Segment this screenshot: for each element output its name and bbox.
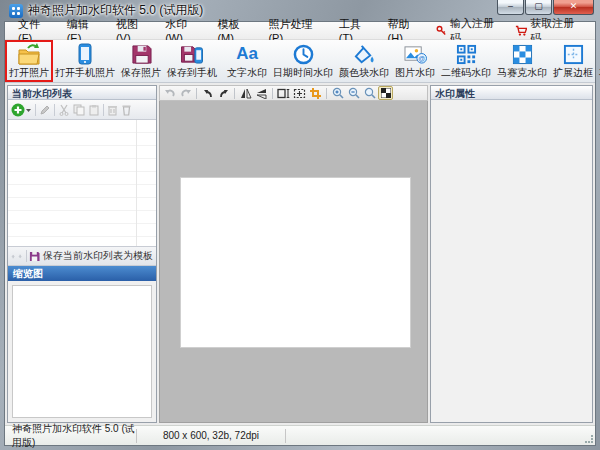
colorblock-watermark-button[interactable]: 颜色块水印 — [336, 41, 392, 81]
save-photo-icon — [131, 43, 152, 65]
qrcode-watermark-icon — [456, 43, 477, 65]
thumbnail-area — [8, 281, 156, 422]
app-window: 神奇照片加水印软件 5.0 (试用版) – ▢ ✕ 文件(F) 编辑(E) 视图… — [0, 0, 600, 450]
thumbnail-header: 缩览图 — [8, 266, 156, 281]
close-button[interactable]: ✕ — [553, 0, 594, 15]
paste-icon[interactable] — [88, 104, 100, 116]
image-watermark-button[interactable]: @ 图片水印 — [392, 41, 438, 81]
save-template-button[interactable]: 保存当前水印列表为模板 — [29, 249, 153, 263]
menu-bar: 文件(F) 编辑(E) 视图(V) 水印(W) 模板(M) 照片处理(P) 工具… — [5, 22, 595, 40]
chevron-down-icon — [25, 103, 32, 117]
minimize-button[interactable]: – — [497, 0, 524, 15]
resize-grip[interactable] — [584, 434, 594, 444]
rotate-left-button[interactable] — [200, 86, 215, 100]
expand-border-icon — [563, 43, 584, 65]
app-icon — [9, 4, 23, 18]
redo-button[interactable] — [178, 86, 193, 100]
mosaic-watermark-button[interactable]: 马赛克水印 — [494, 41, 550, 81]
rotate-right-button[interactable] — [216, 86, 231, 100]
open-phone-photo-button[interactable]: 打开手机照片 — [52, 41, 118, 81]
move-down-icon[interactable] — [18, 251, 22, 262]
open-phone-photo-icon — [77, 43, 93, 65]
main-area: 当前水印列表 — [5, 83, 595, 425]
watermark-properties-panel: 水印属性 — [430, 85, 593, 423]
qrcode-watermark-button[interactable]: 二维码水印 — [438, 41, 494, 81]
watermark-properties-header: 水印属性 — [431, 86, 592, 100]
move-up-icon[interactable] — [11, 251, 15, 262]
trash-icon[interactable] — [121, 104, 132, 116]
svg-text:@: @ — [418, 54, 425, 61]
watermark-list-toolbar — [8, 100, 156, 120]
watermark-list-panel: 当前水印列表 — [7, 85, 157, 423]
zoom-out-button[interactable] — [346, 86, 361, 100]
text-watermark-icon: Aa — [236, 43, 258, 65]
fit-to-window-button[interactable] — [378, 86, 393, 100]
colorblock-watermark-icon — [353, 43, 375, 65]
open-photo-button[interactable]: 打开照片 — [6, 41, 52, 81]
mosaic-watermark-icon — [512, 43, 533, 65]
status-app-name: 神奇照片加水印软件 5.0 (试用版) — [5, 422, 136, 450]
flip-horizontal-button[interactable] — [238, 86, 253, 100]
add-icon — [11, 103, 25, 117]
add-watermark-button[interactable] — [11, 103, 32, 117]
save-photo-button[interactable]: 保存照片 — [118, 41, 164, 81]
flip-vertical-button[interactable] — [254, 86, 269, 100]
canvas-section — [159, 85, 428, 423]
resize-canvas-button[interactable] — [292, 86, 307, 100]
datetime-watermark-button[interactable]: 日期时间水印 — [270, 41, 336, 81]
photo-image[interactable] — [180, 177, 411, 348]
resize-image-button[interactable] — [276, 86, 291, 100]
save-to-phone-icon — [180, 43, 204, 65]
copy-icon[interactable] — [73, 104, 85, 116]
zoom-actual-size-button[interactable] — [362, 86, 377, 100]
thumbnail-view[interactable] — [12, 285, 152, 418]
edit-icon[interactable] — [39, 104, 51, 116]
canvas-toolbar — [159, 85, 428, 101]
save-to-phone-button[interactable]: 保存到手机 — [164, 41, 220, 81]
expand-border-button[interactable]: 扩展边框 — [550, 41, 596, 81]
maximize-button[interactable]: ▢ — [525, 0, 552, 15]
datetime-watermark-icon — [293, 43, 314, 65]
watermark-properties-body — [431, 100, 592, 422]
title-bar: 神奇照片加水印软件 5.0 (试用版) – ▢ ✕ — [0, 0, 600, 21]
delete-icon[interactable] — [107, 104, 118, 116]
open-photo-icon — [17, 43, 41, 65]
main-toolbar: 打开照片 打开手机照片 保存照片 保存到手机 — [5, 40, 595, 83]
zoom-in-button[interactable] — [330, 86, 345, 100]
cut-icon[interactable] — [58, 104, 70, 116]
cart-icon — [515, 25, 527, 37]
status-image-info: 800 x 600, 32b, 72dpi — [137, 430, 285, 441]
undo-button[interactable] — [162, 86, 177, 100]
window-title: 神奇照片加水印软件 5.0 (试用版) — [28, 2, 203, 19]
watermark-list[interactable] — [8, 120, 156, 247]
list-bottom-toolbar: 保存当前水印列表为模板 — [8, 247, 156, 266]
lace-frame-button[interactable]: 花边像框 — [596, 41, 600, 81]
text-watermark-button[interactable]: Aa 文字水印 — [224, 41, 270, 81]
crop-button[interactable] — [308, 86, 323, 100]
watermark-list-header: 当前水印列表 — [8, 86, 156, 100]
key-icon — [436, 25, 447, 36]
save-template-icon — [29, 251, 40, 262]
status-bar: 神奇照片加水印软件 5.0 (试用版) 800 x 600, 32b, 72dp… — [5, 425, 595, 445]
image-watermark-icon: @ — [404, 43, 427, 65]
canvas-area[interactable] — [159, 101, 428, 423]
